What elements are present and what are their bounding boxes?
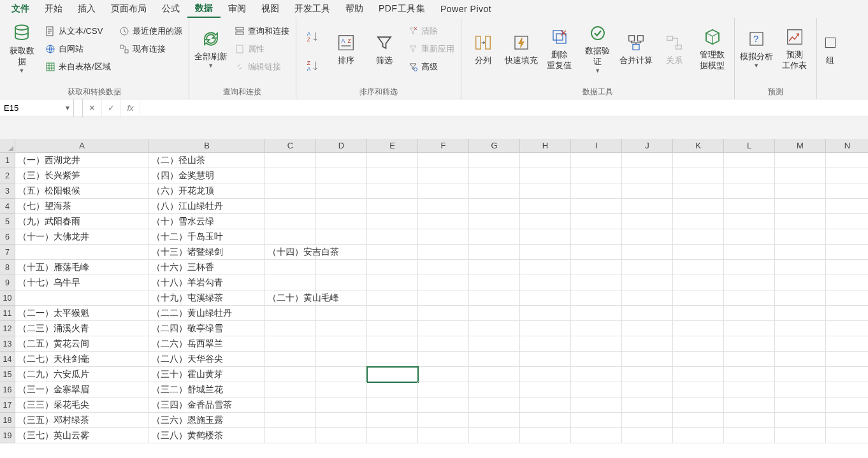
cell[interactable] — [826, 397, 868, 413]
cell[interactable] — [367, 153, 418, 168]
advanced-filter-button[interactable]: 高级 — [405, 59, 457, 75]
cell[interactable] — [622, 306, 673, 321]
column-header[interactable]: L — [724, 139, 775, 153]
cell[interactable]: （三三）采花毛尖 — [15, 397, 149, 413]
cell[interactable]: （二）径山茶 — [149, 153, 265, 168]
cell[interactable] — [826, 183, 868, 199]
row-header[interactable]: 18 — [0, 413, 15, 428]
cell[interactable]: （三四）金香品雪茶 — [149, 397, 265, 413]
cell[interactable] — [622, 413, 673, 428]
cell[interactable] — [316, 260, 367, 275]
cell[interactable]: （三）长兴紫笋 — [15, 168, 149, 183]
cell[interactable] — [367, 229, 418, 245]
cell[interactable] — [673, 183, 724, 199]
cell[interactable] — [775, 352, 826, 367]
cell[interactable] — [724, 290, 775, 306]
row-header[interactable]: 13 — [0, 336, 15, 352]
column-header[interactable]: A — [15, 139, 149, 153]
cell[interactable]: （二七）天柱剑毫 — [15, 352, 149, 367]
cell[interactable] — [826, 214, 868, 229]
cell[interactable] — [826, 336, 868, 352]
cell[interactable]: （二八）天华谷尖 — [149, 352, 265, 367]
cell[interactable] — [469, 168, 520, 183]
cell[interactable] — [571, 367, 622, 382]
row-header[interactable]: 6 — [0, 229, 15, 245]
cell[interactable] — [775, 199, 826, 214]
flash-fill-button[interactable]: 快速填充 — [503, 20, 539, 78]
cell[interactable] — [724, 336, 775, 352]
cell[interactable]: （一）西湖龙井 — [15, 153, 149, 168]
cell[interactable] — [520, 352, 571, 367]
cell[interactable]: （二四）敬亭绿雪 — [149, 321, 265, 336]
row-header[interactable]: 16 — [0, 382, 15, 397]
cell[interactable] — [673, 413, 724, 428]
cell[interactable] — [724, 306, 775, 321]
cell[interactable] — [775, 260, 826, 275]
cell[interactable] — [724, 168, 775, 183]
cell[interactable]: （九）武阳春雨 — [15, 214, 149, 229]
cell[interactable] — [775, 306, 826, 321]
cell[interactable] — [265, 413, 316, 428]
cell[interactable] — [418, 397, 469, 413]
cell[interactable]: （十一）大佛龙井 — [15, 229, 149, 245]
cell[interactable] — [622, 260, 673, 275]
cell[interactable] — [622, 168, 673, 183]
cell[interactable] — [622, 214, 673, 229]
cell[interactable] — [469, 183, 520, 199]
cell[interactable] — [673, 428, 724, 443]
cell[interactable]: （十九）屯溪绿茶 — [149, 290, 265, 306]
cell[interactable] — [15, 290, 149, 306]
cell[interactable] — [622, 290, 673, 306]
cell[interactable] — [775, 382, 826, 397]
manage-data-model-button[interactable]: 管理数 据模型 — [695, 20, 730, 78]
cell[interactable]: （七）望海茶 — [15, 199, 149, 214]
cell[interactable] — [469, 275, 520, 290]
text-to-columns-button[interactable]: 分列 — [465, 20, 501, 78]
cell[interactable] — [571, 306, 622, 321]
cell[interactable] — [775, 397, 826, 413]
cell[interactable] — [775, 428, 826, 443]
menu-item-formulas[interactable]: 公式 — [154, 1, 187, 17]
cell[interactable] — [15, 245, 149, 260]
cell[interactable] — [418, 352, 469, 367]
cell[interactable] — [826, 413, 868, 428]
cell[interactable] — [469, 153, 520, 168]
enter-formula-button[interactable]: ✓ — [102, 99, 121, 117]
cell[interactable] — [469, 306, 520, 321]
cell[interactable] — [826, 260, 868, 275]
cell[interactable] — [418, 367, 469, 382]
cell[interactable] — [826, 229, 868, 245]
cell[interactable] — [622, 352, 673, 367]
cell[interactable] — [367, 397, 418, 413]
formula-input[interactable] — [140, 99, 868, 117]
cell[interactable] — [571, 290, 622, 306]
cell[interactable] — [673, 275, 724, 290]
cell[interactable]: （二二）黄山绿牡丹 — [149, 306, 265, 321]
cell[interactable]: （二六）岳西翠兰 — [149, 336, 265, 352]
refresh-all-button[interactable]: 全部刷新 ▼ — [193, 20, 229, 78]
cell[interactable] — [622, 336, 673, 352]
cell[interactable] — [826, 153, 868, 168]
column-header[interactable]: K — [673, 139, 724, 153]
cell[interactable] — [571, 260, 622, 275]
cell[interactable] — [724, 229, 775, 245]
menu-item-pdftools[interactable]: PDF工具集 — [371, 1, 433, 17]
row-header[interactable]: 4 — [0, 199, 15, 214]
cell[interactable] — [367, 306, 418, 321]
cell[interactable] — [622, 275, 673, 290]
filter-button[interactable]: 筛选 — [366, 20, 402, 78]
cell[interactable] — [622, 397, 673, 413]
what-if-button[interactable]: ? 模拟分析 ▼ — [739, 20, 774, 78]
column-header[interactable]: B — [149, 139, 265, 153]
cell[interactable] — [418, 260, 469, 275]
cell[interactable] — [520, 260, 571, 275]
cell[interactable] — [673, 306, 724, 321]
cell[interactable] — [265, 214, 316, 229]
cell[interactable]: （二十）黄山毛峰 — [265, 290, 316, 306]
cell[interactable] — [367, 352, 418, 367]
cell[interactable] — [316, 275, 367, 290]
insert-function-button[interactable]: fx — [121, 99, 140, 117]
cell[interactable] — [571, 336, 622, 352]
sort-asc-button[interactable]: AZ — [300, 24, 326, 50]
cell[interactable] — [622, 183, 673, 199]
